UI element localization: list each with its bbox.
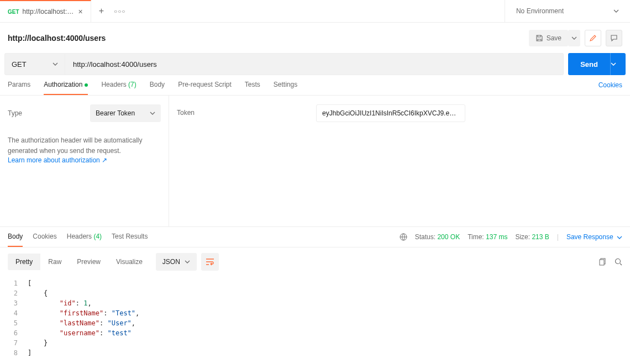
environment-label: No Environment <box>516 7 564 15</box>
save-icon <box>536 34 543 42</box>
url-input[interactable] <box>65 53 564 75</box>
auth-description: The authorization header will be automat… <box>8 135 161 156</box>
time-meta: Time: 137 ms <box>468 233 507 241</box>
tab-settings[interactable]: Settings <box>274 81 297 95</box>
chevron-down-icon <box>617 236 622 239</box>
view-raw[interactable]: Raw <box>40 254 69 270</box>
http-method-value: GET <box>12 60 27 68</box>
tab-headers[interactable]: Headers (7) <box>101 81 136 95</box>
auth-type-value: Bearer Token <box>96 109 135 117</box>
send-button[interactable]: Send <box>568 53 610 75</box>
save-response-button[interactable]: Save Response <box>566 233 622 241</box>
token-label: Token <box>177 104 195 218</box>
environment-selector[interactable]: No Environment <box>505 0 630 22</box>
response-body[interactable]: 1[2 {3 "id": 1,4 "firstName": "Test",5 "… <box>0 276 630 358</box>
tab-body[interactable]: Body <box>150 81 165 95</box>
comment-button[interactable] <box>606 30 622 46</box>
cookies-link[interactable]: Cookies <box>599 81 622 94</box>
more-icon[interactable]: ○○○ <box>114 8 125 14</box>
comment-icon <box>610 34 618 42</box>
body-format-selector[interactable]: JSON <box>156 253 197 271</box>
tab-authorization[interactable]: Authorization <box>44 81 88 95</box>
wrap-icon <box>206 258 214 266</box>
save-label: Save <box>547 34 561 42</box>
close-icon[interactable]: × <box>78 7 83 16</box>
globe-icon[interactable] <box>400 233 407 241</box>
chevron-down-icon <box>53 62 58 66</box>
line-wrap-button[interactable] <box>201 253 219 271</box>
svg-point-3 <box>616 259 621 264</box>
response-tab-headers[interactable]: Headers (4) <box>67 233 102 247</box>
chevron-down-icon <box>185 260 190 263</box>
send-options-button[interactable] <box>610 53 626 75</box>
token-input[interactable] <box>316 104 465 122</box>
response-tab-cookies[interactable]: Cookies <box>33 233 56 247</box>
pencil-icon <box>589 34 597 42</box>
http-method-selector[interactable]: GET <box>4 53 65 75</box>
response-tab-body[interactable]: Body <box>8 233 23 247</box>
dot-indicator-icon <box>85 83 88 87</box>
status-meta: Status: 200 OK <box>415 233 460 241</box>
auth-type-selector[interactable]: Bearer Token <box>90 104 161 122</box>
save-options-button[interactable] <box>568 30 580 46</box>
tab-params[interactable]: Params <box>8 81 30 95</box>
request-tab[interactable]: GET http://localhost:40... × <box>0 0 91 22</box>
view-preview[interactable]: Preview <box>69 254 108 270</box>
edit-button[interactable] <box>585 30 601 46</box>
request-title: http://localhost:4000/users <box>8 34 106 43</box>
chevron-down-icon <box>613 9 619 13</box>
view-visualize[interactable]: Visualize <box>108 254 150 270</box>
save-button[interactable]: Save <box>529 30 568 46</box>
chevron-down-icon <box>150 112 155 115</box>
copy-icon[interactable] <box>599 258 607 266</box>
plus-icon[interactable]: + <box>99 6 104 16</box>
tab-tests[interactable]: Tests <box>245 81 260 95</box>
search-icon[interactable] <box>615 258 622 266</box>
tab-title: http://localhost:40... <box>23 8 75 15</box>
view-pretty[interactable]: Pretty <box>8 254 40 270</box>
size-meta: Size: 213 B <box>515 233 549 241</box>
tab-method-badge: GET <box>8 9 19 15</box>
auth-type-label: Type <box>8 109 22 117</box>
auth-learn-more-link[interactable]: Learn more about authorization ↗ <box>8 156 161 164</box>
response-tab-test-results[interactable]: Test Results <box>112 233 148 247</box>
tab-prerequest[interactable]: Pre-request Script <box>178 81 232 95</box>
svg-rect-2 <box>600 260 604 265</box>
